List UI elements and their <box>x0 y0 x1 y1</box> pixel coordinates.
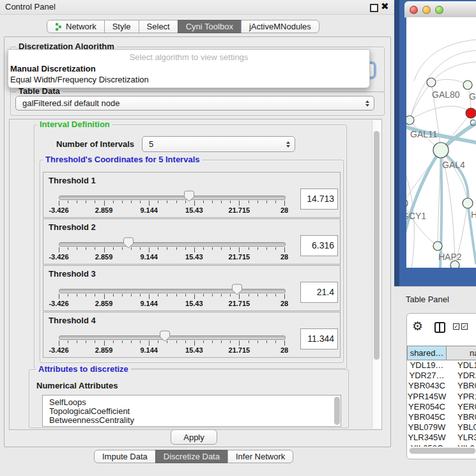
cell-shared-name: YBR045C <box>407 412 447 422</box>
tab-label: jActiveMNodules <box>249 22 311 31</box>
threshold-label: Threshold 1 <box>49 176 96 185</box>
attribute-list-item[interactable]: TopologicalCoefficient <box>43 407 341 416</box>
column-header-shared-name[interactable]: shared… <box>407 346 447 360</box>
thresholds-group-title: Threshold's Coordinates for 5 Intervals <box>43 155 202 165</box>
threshold-slider-track[interactable] <box>59 289 286 293</box>
slider-tick-labels: -3.4262.8599.14415.4321.71528 <box>59 206 285 214</box>
vertical-scrollbar[interactable] <box>372 120 381 429</box>
vertical-scrollbar-thumb[interactable] <box>374 131 380 360</box>
float-window-icon[interactable] <box>370 4 378 12</box>
dropdown-option-manual[interactable]: Manual Discretization <box>8 63 369 74</box>
mac-zoom-icon[interactable] <box>435 6 443 14</box>
column-layout-icon[interactable] <box>434 322 445 333</box>
attribute-list-item[interactable]: BetweennessCentrality <box>43 416 341 425</box>
tick-label: 9.144 <box>140 346 158 354</box>
slider-ticks <box>59 341 285 346</box>
network-node-label: C <box>470 118 476 128</box>
network-node[interactable] <box>466 108 476 118</box>
cell-shared-name: YDR27… <box>407 371 447 381</box>
mac-close-icon[interactable] <box>410 6 418 14</box>
cell-shared-name: YER054C <box>407 402 447 412</box>
numerical-attributes-list[interactable]: SelfLoopsTopologicalCoefficientBetweenne… <box>42 395 341 427</box>
dropdown-option-equal-width[interactable]: Equal Width/Frequency Discretization <box>8 74 369 85</box>
checkbox-icon[interactable]: ✓ <box>453 323 459 330</box>
tab-select[interactable]: Select <box>139 20 178 33</box>
dropdown-prompt: Select algorithm to view settings <box>8 50 369 63</box>
tab-discretize-data[interactable]: Discretize Data <box>155 450 228 463</box>
cell-shared-name: YBR043C <box>407 381 447 391</box>
table-data-combobox[interactable]: galFiltered.sif default node <box>15 96 374 111</box>
slider-tick-labels: -3.4262.8599.14415.4321.71528 <box>59 346 285 354</box>
combo-arrows-icon <box>365 100 369 107</box>
tick-label: 21.715 <box>229 253 250 261</box>
table-row[interactable]: YPR145WYPR1 <box>407 392 476 402</box>
tick-label: -3.426 <box>49 300 68 307</box>
threshold-slider-track[interactable] <box>59 196 286 200</box>
network-window-titlebar[interactable] <box>404 1 476 18</box>
threshold-slider-track[interactable] <box>59 242 286 247</box>
threshold-value-field[interactable]: 11.344 <box>300 328 338 349</box>
gear-icon[interactable]: ⚙ <box>412 320 423 332</box>
network-node-label: GAL11 <box>410 129 438 139</box>
settings-scrollpane: Interval Definition Number of Intervals … <box>9 119 382 430</box>
combo-arrows-icon <box>286 141 290 148</box>
threshold-value-field[interactable]: 21.4 <box>300 282 338 303</box>
tab-label: Infer Network <box>236 452 285 461</box>
tab-infer-network[interactable]: Infer Network <box>227 450 293 463</box>
network-node[interactable] <box>463 198 473 208</box>
network-node[interactable] <box>406 199 408 208</box>
table-row[interactable]: YDR27…YDR2 <box>407 371 476 381</box>
table-row[interactable]: YER054CYER0 <box>407 402 476 412</box>
tab-cyni-toolbox[interactable]: Cyni Toolbox <box>178 20 242 33</box>
network-node[interactable] <box>463 81 472 89</box>
table-row[interactable]: YBL079WYBL0 <box>407 422 476 433</box>
threshold-value-field[interactable]: 6.316 <box>300 235 338 256</box>
number-of-intervals-combobox[interactable]: 5 <box>142 136 295 152</box>
table-row[interactable]: YBR043CYBR0 <box>407 381 476 391</box>
slider-tick-labels: -3.4262.8599.14415.4321.71528 <box>59 300 285 307</box>
checkbox-icon[interactable]: ✓ <box>461 323 468 330</box>
tick-label: 15.43 <box>185 300 203 307</box>
network-node[interactable] <box>427 78 436 87</box>
column-header-name[interactable]: name <box>447 346 476 360</box>
horizontal-scrollbar[interactable] <box>409 447 476 454</box>
table-row[interactable]: YLR345WYLR3 <box>407 433 476 443</box>
tick-label: 15.43 <box>185 346 203 354</box>
threshold-item: Threshold 4 -3.4262.8599.14415.4321.7152… <box>43 312 341 358</box>
horizontal-scrollbar-thumb[interactable] <box>410 448 475 454</box>
network-node[interactable] <box>433 242 442 250</box>
list-scrollbar-thumb[interactable] <box>334 397 340 425</box>
table-row[interactable]: YBR045CYBR0 <box>407 412 476 422</box>
cell-name: YBR0 <box>447 381 476 391</box>
table-row[interactable]: YIL052CYIL0 <box>407 443 476 447</box>
tick-label: 9.144 <box>140 300 158 307</box>
threshold-item: Threshold 3 -3.4262.8599.14415.4321.7152… <box>43 265 341 311</box>
cell-name: YLR3 <box>447 433 476 443</box>
close-icon[interactable]: ✖ <box>381 1 389 12</box>
tab-style[interactable]: Style <box>104 20 139 33</box>
threshold-value-field[interactable]: 14.713 <box>300 188 338 210</box>
network-node-label: HAP2 <box>438 252 462 262</box>
threshold-item: Threshold 1 -3.4262.8599.14415.4321.7152… <box>43 172 341 218</box>
network-node-label: H <box>471 210 476 220</box>
network-node[interactable] <box>406 116 414 125</box>
tick-label: -3.426 <box>49 206 68 214</box>
table-row[interactable]: YDL19…YDL1 <box>407 360 476 371</box>
cell-name: YBR0 <box>447 412 476 422</box>
tab-network[interactable]: Network <box>47 20 105 33</box>
threshold-slider-track[interactable] <box>59 335 286 340</box>
cell-shared-name: YPR145W <box>407 392 447 402</box>
tick-label: 9.144 <box>140 206 158 214</box>
apply-button[interactable]: Apply <box>171 429 217 445</box>
attribute-list-item[interactable]: SelfLoops <box>43 395 341 407</box>
tab-impute-data[interactable]: Impute Data <box>94 450 156 463</box>
cell-shared-name: YIL052C <box>407 443 447 447</box>
tab-label: Network <box>66 22 96 31</box>
network-node[interactable] <box>433 142 449 158</box>
table-panel-card: ⚙ ✓ ✓ shared… name YDL19…YDL1YDR27…YDR2Y… <box>406 313 476 459</box>
network-canvas[interactable]: GAL80GALCGAL11GAL4GCY1HHAP2 <box>406 17 476 268</box>
mac-minimize-icon[interactable] <box>422 6 431 14</box>
tab-jactivemnodules[interactable]: jActiveMNodules <box>241 20 319 33</box>
cell-shared-name: YBL079W <box>407 422 447 433</box>
threshold-label: Threshold 4 <box>49 316 96 325</box>
